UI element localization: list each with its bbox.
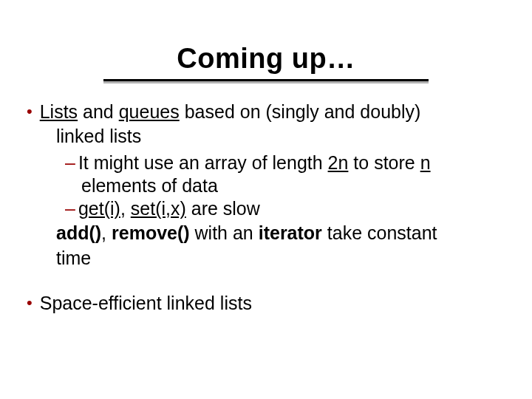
term-iterator: iterator (259, 222, 322, 243)
spacer (27, 270, 505, 292)
text: based on (singly and doubly) (180, 101, 421, 122)
term-queues: queues (119, 101, 180, 122)
sub-bullet-2-text: get(i), set(i,x) are slow (78, 197, 505, 220)
term-n: n (420, 152, 431, 173)
text: are slow (186, 198, 260, 219)
sub-bullet-1-cont: elements of data (81, 174, 505, 197)
text: and (78, 101, 119, 122)
text: It might use an array of length (78, 152, 328, 173)
line-add-remove: add(), remove() with an iterator take co… (56, 222, 505, 245)
bullet-dot-icon: • (27, 292, 40, 314)
sub-bullet-1: – It might use an array of length 2n to … (65, 151, 505, 174)
sub-bullets: – It might use an array of length 2n to … (65, 151, 505, 221)
term-get: get(i) (78, 198, 120, 219)
term-lists: Lists (40, 101, 78, 122)
dash-icon: – (65, 151, 78, 174)
term-set: set(i,x) (131, 198, 186, 219)
line-add-remove-cont: time (56, 247, 505, 270)
term-2n: 2n (328, 152, 349, 173)
text: , (120, 198, 131, 219)
slide: Coming up… • Lists and queues based on (… (0, 0, 532, 399)
text: , (101, 222, 112, 243)
sub-bullet-1-text: It might use an array of length 2n to st… (78, 151, 505, 174)
slide-body: • Lists and queues based on (singly and … (0, 81, 532, 315)
bullet-1-text: Lists and queues based on (singly and do… (40, 100, 505, 123)
bullet-2: • Space-efficient linked lists (27, 292, 505, 315)
bullet-dot-icon: • (27, 100, 40, 123)
text: with an (190, 222, 259, 243)
term-remove: remove() (112, 222, 190, 243)
text: to store (348, 152, 420, 173)
bullet-1: • Lists and queues based on (singly and … (27, 100, 505, 123)
bullet-2-text: Space-efficient linked lists (40, 292, 252, 315)
sub-bullet-2: – get(i), set(i,x) are slow (65, 197, 505, 220)
bullet-1-cont: linked lists (56, 125, 505, 148)
term-add: add() (56, 222, 101, 243)
dash-icon: – (65, 197, 78, 220)
text: take constant (322, 222, 437, 243)
slide-title: Coming up… (0, 0, 532, 75)
title-rule (103, 79, 429, 81)
